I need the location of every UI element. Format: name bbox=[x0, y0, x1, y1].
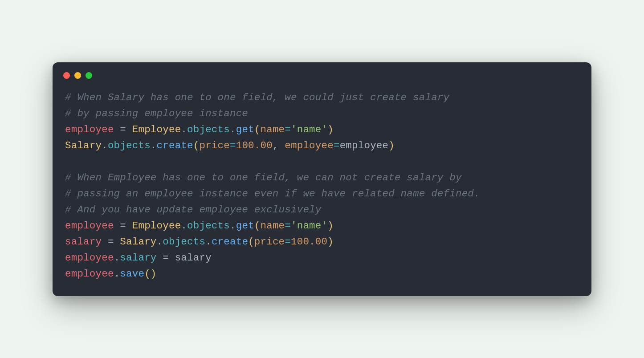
code-token: name bbox=[261, 124, 285, 135]
code-window: # When Salary has one to one field, we c… bbox=[53, 62, 591, 296]
code-token: ) bbox=[327, 124, 334, 135]
code-token: objects bbox=[187, 124, 230, 135]
code-token: ( bbox=[144, 268, 151, 280]
code-token: . bbox=[157, 236, 163, 248]
code-token: 100.00 bbox=[291, 236, 327, 248]
code-token: 100.00 bbox=[236, 140, 273, 151]
code-token: price bbox=[199, 140, 230, 151]
minimize-icon[interactable] bbox=[74, 72, 81, 79]
code-token: . bbox=[151, 140, 157, 151]
code-token: Salary bbox=[120, 236, 156, 248]
code-token: . bbox=[230, 220, 236, 232]
code-token: name bbox=[261, 220, 285, 232]
code-token: , bbox=[273, 140, 285, 151]
code-token: Salary bbox=[65, 140, 102, 151]
code-token: = bbox=[285, 236, 291, 248]
code-token: create bbox=[157, 140, 193, 151]
code-token: get bbox=[236, 124, 254, 135]
code-token: ( bbox=[248, 236, 254, 248]
code-token: = bbox=[114, 124, 132, 135]
code-token: employee bbox=[65, 252, 114, 264]
code-token: = bbox=[114, 220, 132, 232]
zoom-icon[interactable] bbox=[86, 72, 92, 79]
code-token: ) bbox=[327, 220, 334, 232]
code-token: ( bbox=[254, 124, 261, 135]
code-token: ( bbox=[254, 220, 261, 232]
code-token: ) bbox=[327, 236, 334, 248]
code-token: employee bbox=[65, 220, 114, 232]
code-token: ) bbox=[151, 268, 157, 280]
code-token: price bbox=[254, 236, 285, 248]
code-token: . bbox=[181, 220, 187, 232]
code-token: objects bbox=[187, 220, 230, 232]
code-token: employee bbox=[340, 140, 389, 151]
code-token: = bbox=[102, 236, 120, 248]
code-token: = bbox=[157, 252, 175, 264]
code-token: employee bbox=[65, 268, 114, 280]
code-token: objects bbox=[108, 140, 151, 151]
code-token: save bbox=[120, 268, 144, 280]
code-token: salary bbox=[65, 236, 102, 248]
code-token: get bbox=[236, 220, 254, 232]
code-token: Employee bbox=[132, 124, 181, 135]
code-comment: # passing an employee instance even if w… bbox=[65, 188, 480, 199]
code-token: employee bbox=[65, 124, 114, 135]
code-token: . bbox=[102, 140, 108, 151]
code-token: employee bbox=[285, 140, 334, 151]
code-token: = bbox=[285, 124, 291, 135]
code-token: 'name' bbox=[291, 220, 327, 232]
code-block: # When Salary has one to one field, we c… bbox=[53, 83, 591, 282]
code-comment: # by passing employee instance bbox=[65, 108, 248, 119]
code-token: = bbox=[334, 140, 340, 151]
code-token: 'name' bbox=[291, 124, 327, 135]
code-token: salary bbox=[120, 252, 156, 264]
code-token: salary bbox=[175, 252, 212, 264]
code-token: create bbox=[212, 236, 248, 248]
code-token: . bbox=[181, 124, 187, 135]
code-token: Employee bbox=[132, 220, 181, 232]
code-token: . bbox=[114, 252, 120, 264]
code-comment: # When Salary has one to one field, we c… bbox=[65, 92, 449, 103]
code-token: ( bbox=[193, 140, 200, 151]
code-token: . bbox=[114, 268, 120, 280]
code-token: . bbox=[205, 236, 212, 248]
code-token: = bbox=[285, 220, 291, 232]
code-token: ) bbox=[388, 140, 395, 151]
code-comment: # When Employee has one to one field, we… bbox=[65, 172, 462, 183]
close-icon[interactable] bbox=[63, 72, 70, 79]
code-comment: # And you have update employee exclusive… bbox=[65, 204, 322, 216]
code-token: . bbox=[230, 124, 236, 135]
code-token: = bbox=[230, 140, 236, 151]
window-titlebar bbox=[53, 62, 591, 83]
code-token: objects bbox=[163, 236, 205, 248]
